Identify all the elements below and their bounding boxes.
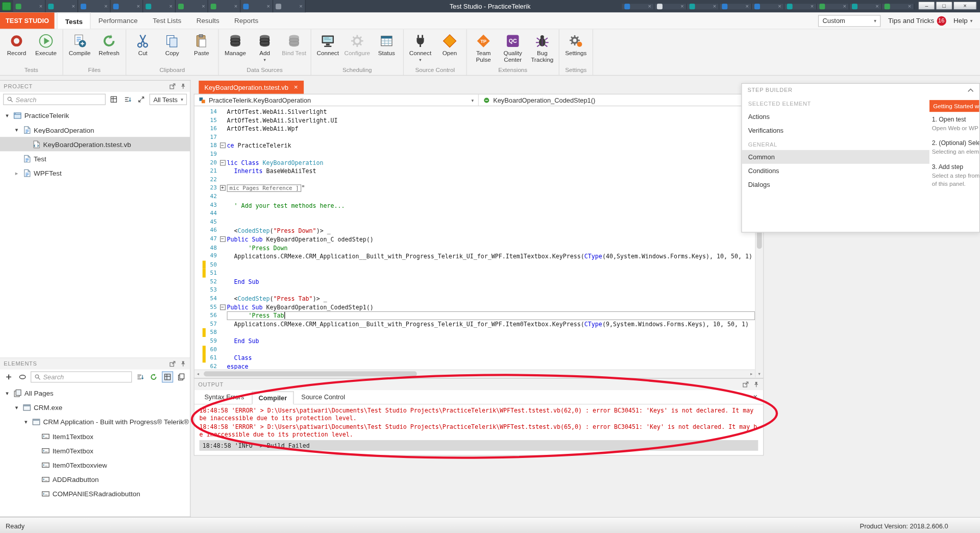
taskbar-tab[interactable]: × (622, 4, 654, 9)
tree-item-item0textboxview[interactable]: Item0Textboxview (0, 457, 190, 472)
fold-collapse-icon[interactable]: − (218, 141, 227, 150)
code-line-61[interactable]: 61 Class (194, 354, 755, 362)
close-output-icon[interactable]: × (753, 393, 758, 401)
connect-button[interactable]: Connect (313, 31, 342, 57)
tab-close-icon[interactable]: × (104, 4, 107, 9)
add-button[interactable]: Add▾ (250, 31, 280, 62)
tab-close-icon[interactable]: × (71, 4, 75, 9)
app-icon[interactable] (2, 2, 11, 11)
elements-sort-button[interactable] (134, 371, 145, 382)
menu-tab-performance[interactable]: Performance (91, 12, 145, 29)
taskbar-tab[interactable]: × (240, 0, 273, 12)
scroll-down-icon[interactable]: ▾ (755, 370, 763, 378)
tab-close-icon[interactable]: × (299, 4, 302, 9)
tree-item-item0textbox[interactable]: Item0Textbox (0, 443, 190, 457)
manage-button[interactable]: Manage (220, 31, 250, 57)
test-studio-button[interactable]: TEST STUDIO (0, 12, 55, 29)
code-line-48[interactable]: 48 'Press Down (194, 244, 755, 252)
code-line-22[interactable]: 22 (194, 176, 755, 184)
taskbar-tab[interactable]: × (45, 0, 78, 12)
tab-close-icon[interactable]: × (202, 4, 205, 9)
add-element-button[interactable] (3, 371, 14, 382)
tab-close-icon[interactable]: × (267, 4, 270, 9)
step-builder-item-actions[interactable]: Actions (742, 109, 929, 123)
code-line-45[interactable]: 45 (194, 218, 755, 227)
float-panel-icon[interactable] (743, 381, 749, 387)
execute-button[interactable]: Execute (31, 31, 61, 57)
elements-refresh-button[interactable] (148, 371, 159, 382)
code-line-19[interactable]: 19 (194, 150, 755, 159)
taskbar-tab[interactable]: × (13, 0, 46, 12)
pin-panel-icon[interactable] (753, 381, 760, 387)
quality-center-button[interactable]: QCQuality Center (498, 31, 528, 64)
menu-tab-test-lists[interactable]: Test Lists (145, 12, 189, 29)
paste-button[interactable]: Paste (187, 31, 216, 57)
tree-item-keyboardoperation-tstest-vb[interactable]: KeyBoardOperation.tstest.vb (0, 137, 190, 151)
test-filter-dropdown[interactable]: All Tests ▾ (150, 94, 187, 105)
code-line-16[interactable]: 16ArtOfTest.WebAii.Wpf (194, 125, 755, 133)
code-line-17[interactable]: 17 (194, 133, 755, 142)
tree-item-item1textbox[interactable]: Item1Textbox (0, 429, 190, 443)
tab-close-icon[interactable]: × (713, 4, 716, 9)
code-line-60[interactable]: 60 (194, 346, 755, 354)
code-line-62[interactable]: 62espace (194, 362, 755, 370)
code-line-53[interactable]: 53 (194, 286, 755, 295)
compile-button[interactable]: Compile (65, 31, 94, 57)
tree-item-companiesradradiobutton[interactable]: COMPANIESRadradiobutton (0, 487, 190, 501)
expand-icon[interactable]: ▸ (13, 169, 20, 176)
code-line-50[interactable]: 50 (194, 260, 755, 269)
code-line-49[interactable]: 49 Applications.CRMexe.CRM_Application__… (194, 252, 755, 261)
code-line-57[interactable]: 57 Applications.CRMexe.CRM_Application__… (194, 320, 755, 329)
scroll-right-icon[interactable]: ▸ (748, 371, 755, 376)
record-button[interactable]: Record (2, 31, 32, 57)
bind-test-button[interactable]: Bind Test (279, 31, 309, 57)
taskbar-tab[interactable]: × (849, 4, 882, 9)
tab-close-icon[interactable]: × (39, 4, 42, 9)
code-line-55[interactable]: 55−Public Sub KeyBoardOperation_CodedSte… (194, 303, 755, 311)
code-line-54[interactable]: 54 <CodedStep("Press Tab")> _ (194, 295, 755, 303)
code-line-44[interactable]: 44 (194, 209, 755, 218)
project-search-input[interactable] (16, 95, 102, 103)
horizontal-scrollbar[interactable]: ◂ ▸ (194, 370, 755, 378)
fold-collapse-icon[interactable]: − (218, 235, 227, 244)
collapse-icon[interactable]: ▾ (22, 419, 29, 425)
collapse-icon[interactable]: ▾ (4, 112, 10, 118)
tree-item-addradbutton[interactable]: ADDRadbutton (0, 472, 190, 486)
close-button[interactable]: × (953, 1, 977, 10)
pin-panel-icon[interactable] (180, 83, 186, 89)
tab-close-icon[interactable]: × (908, 4, 911, 9)
tab-close-icon[interactable]: × (680, 4, 683, 9)
connect-button[interactable]: Connect▾ (406, 31, 435, 62)
tab-close-icon[interactable]: × (875, 4, 878, 9)
view-options-button[interactable] (108, 94, 119, 105)
tab-close-icon[interactable]: × (294, 84, 298, 90)
team-pulse-button[interactable]: TPTeam Pulse (469, 31, 498, 64)
expand-all-button[interactable] (136, 94, 147, 105)
code-line-20[interactable]: 20−lic Class KeyBoardOperation (194, 158, 755, 167)
tree-item-keyboardoperation[interactable]: ▾KeyBoardOperation (0, 123, 190, 137)
code-line-18[interactable]: 18−ce PracticeTelerik (194, 141, 755, 150)
menu-tab-results[interactable]: Results (189, 12, 227, 29)
taskbar-tab[interactable]: × (817, 4, 849, 9)
code-line-46[interactable]: 46 <CodedStep("Press Down")> _ (194, 227, 755, 235)
step-builder-item-verifications[interactable]: Verifications (742, 123, 929, 137)
cut-button[interactable]: Cut (128, 31, 158, 57)
tab-close-icon[interactable]: × (811, 4, 814, 9)
code-line-23[interactable]: 23+mic Pages Reference ]" (194, 184, 755, 192)
help-button[interactable]: Help ▾ (953, 17, 972, 25)
open-button[interactable]: Open (435, 31, 464, 57)
taskbar-tab[interactable]: × (78, 0, 111, 12)
taskbar-tab[interactable]: × (208, 0, 241, 12)
copy-button[interactable]: Copy (158, 31, 187, 57)
view-pages-button[interactable] (176, 371, 187, 382)
fold-collapse-icon[interactable]: − (218, 303, 227, 311)
step-builder-item-dialogs[interactable]: Dialogs (742, 178, 929, 191)
taskbar-tab[interactable]: × (273, 0, 306, 12)
tab-close-icon[interactable]: × (843, 4, 846, 9)
highlight-element-button[interactable] (17, 371, 28, 382)
fold-collapse-icon[interactable]: − (218, 158, 227, 167)
taskbar-tab[interactable]: × (687, 4, 720, 9)
breadcrumb-class-dropdown[interactable]: PracticeTelerik.KeyBoardOperation ▾ (194, 94, 479, 106)
code-line-58[interactable]: 58 (194, 328, 755, 337)
scroll-left-icon[interactable]: ◂ (194, 371, 202, 376)
